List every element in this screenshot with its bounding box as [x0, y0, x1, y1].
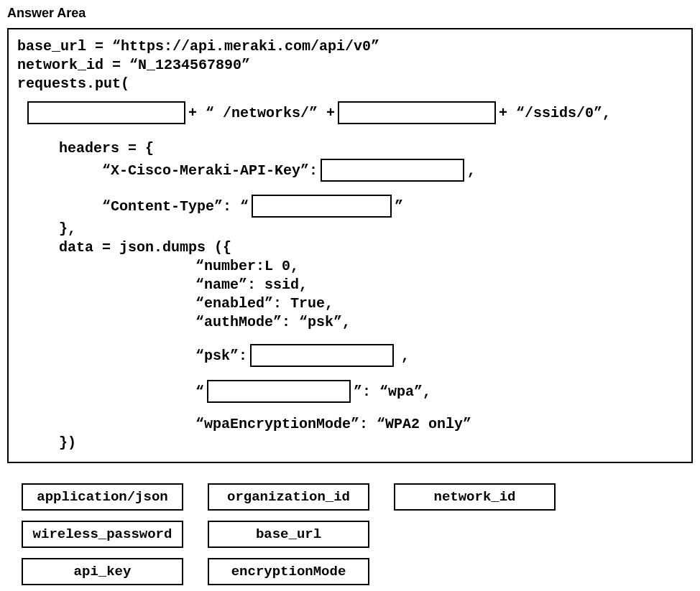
code-text: “authMode”: “psk”,	[195, 313, 351, 331]
drop-target-6[interactable]	[207, 380, 351, 403]
code-text: requests.put(	[17, 75, 129, 93]
code-text: + “ /networks/” +	[188, 104, 335, 122]
code-text: },	[59, 220, 76, 238]
drop-target-3[interactable]	[321, 159, 464, 182]
option-encryption-mode[interactable]: encryptionMode	[208, 558, 369, 585]
code-container: base_url = “https://api.meraki.com/api/v…	[7, 28, 693, 463]
code-text: “Content-Type”: “	[102, 197, 249, 215]
drop-target-5[interactable]	[250, 344, 394, 367]
code-text: headers = {	[59, 139, 154, 157]
code-text: base_url = “https://api.meraki.com/api/v…	[17, 37, 379, 55]
code-text: ”	[395, 197, 403, 215]
code-text: ”: “wpa”,	[354, 383, 431, 401]
option-api-key[interactable]: api_key	[22, 558, 183, 585]
code-text: “name”: ssid,	[195, 276, 308, 294]
answer-area-title: Answer Area	[7, 6, 693, 21]
drop-target-4[interactable]	[252, 195, 392, 218]
option-application-json[interactable]: application/json	[22, 483, 183, 511]
code-text: })	[59, 434, 76, 452]
code-text: “	[195, 383, 204, 401]
drop-target-1[interactable]	[27, 101, 185, 124]
option-network-id[interactable]: network_id	[394, 483, 556, 511]
option-organization-id[interactable]: organization_id	[208, 483, 369, 511]
option-base-url[interactable]: base_url	[208, 521, 369, 548]
code-text: network_id = “N_1234567890”	[17, 56, 250, 74]
code-text: data = json.dumps ({	[59, 238, 231, 256]
code-text: “wpaEncryptionMode”: “WPA2 only”	[195, 415, 471, 433]
code-text: “number:L 0,	[195, 257, 299, 275]
code-text: ,	[467, 162, 476, 180]
code-text: “enabled”: True,	[195, 294, 333, 312]
options-area: application/json organization_id network…	[22, 483, 693, 585]
code-text: + “/ssids/0”,	[499, 104, 611, 122]
drop-target-2[interactable]	[338, 101, 496, 124]
code-text: “X-Cisco-Meraki-API-Key”:	[102, 162, 318, 180]
code-text: “psk”:	[195, 347, 247, 365]
option-wireless-password[interactable]: wireless_password	[22, 521, 183, 548]
code-text: ,	[401, 347, 410, 365]
